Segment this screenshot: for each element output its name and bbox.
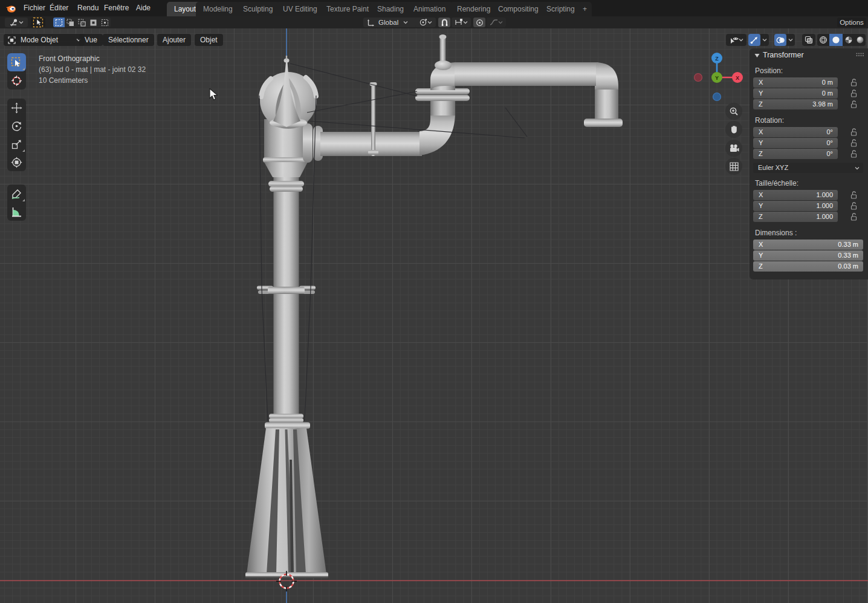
tab-sculpting[interactable]: Sculpting [236, 2, 280, 16]
select-mode-intersect[interactable] [99, 18, 111, 27]
visibility-dropdown[interactable] [726, 34, 747, 46]
gizmo-axis-neg-x[interactable] [695, 74, 702, 82]
unlock-icon [850, 79, 857, 86]
dimension-z-field[interactable]: Z 0.03 m [753, 261, 863, 272]
tab-compositing[interactable]: Compositing [491, 2, 546, 16]
zoom-button[interactable] [725, 103, 742, 120]
scale-x-field[interactable]: X 1.000 [753, 190, 838, 200]
options-button[interactable]: Options [837, 18, 866, 27]
lock-rotation-x[interactable] [848, 127, 859, 137]
rotation-mode-dropdown[interactable]: Euler XYZ [753, 163, 863, 173]
lock-rotation-z[interactable] [848, 149, 859, 159]
gizmos-dropdown[interactable] [760, 34, 769, 46]
falloff-dropdown[interactable] [487, 18, 506, 27]
menu-objet[interactable]: Objet [195, 34, 223, 46]
gizmo-axis-y[interactable]: Y [711, 72, 722, 83]
cursor-tool[interactable] [7, 71, 26, 90]
scale-y-field[interactable]: Y 1.000 [753, 201, 838, 211]
menu-editer[interactable]: Éditer [44, 0, 74, 16]
active-object-label: (63) lod 0 - mat | mat - joint 02 32 [39, 64, 146, 75]
overlays-toggle[interactable] [774, 34, 786, 46]
dimension-x-field[interactable]: X 0.33 m [753, 240, 863, 250]
panel-drag-handle[interactable] [856, 53, 864, 58]
rotation-z-field[interactable]: Z 0° [753, 149, 838, 159]
tab-add-workspace[interactable]: + [578, 2, 592, 16]
axis-label: Z [759, 262, 763, 270]
active-tool-icon [9, 18, 19, 27]
gizmo-axis-z[interactable]: Z [711, 53, 722, 64]
panel-title[interactable]: Transformer [763, 51, 804, 59]
lock-scale-y[interactable] [848, 201, 859, 211]
menu-aide[interactable]: Aide [131, 0, 156, 16]
xray-toggle[interactable] [802, 34, 815, 46]
shading-mode-group [817, 34, 866, 46]
lock-position-y[interactable] [848, 88, 859, 99]
axis-value: 1.000 [816, 191, 833, 198]
mode-label: Mode Objet [21, 36, 58, 44]
gizmo-axis-x[interactable]: X [732, 72, 743, 83]
axis-value: 0.03 m [838, 262, 858, 270]
grid-icon [730, 162, 739, 171]
lock-rotation-y[interactable] [848, 138, 859, 148]
shading-solid-button[interactable] [829, 34, 843, 46]
select-mode-extend[interactable] [65, 18, 76, 27]
pan-button[interactable] [725, 121, 742, 138]
rotate-tool[interactable] [7, 117, 26, 135]
gizmo-axis-neg-z[interactable] [713, 93, 721, 101]
proportional-editing-toggle[interactable] [473, 18, 485, 27]
tab-animation[interactable]: Animation [406, 2, 453, 16]
lock-scale-z[interactable] [848, 212, 859, 222]
tab-texture-paint[interactable]: Texture Paint [319, 2, 376, 16]
move-tool[interactable] [7, 99, 26, 117]
snap-target-dropdown[interactable] [452, 18, 471, 27]
menu-selectionner[interactable]: Sélectionner [103, 34, 154, 46]
tool-selector-dropdown[interactable] [5, 18, 28, 27]
mode-dropdown[interactable]: Mode Objet [4, 34, 85, 46]
rotation-x-field[interactable]: X 0° [753, 127, 838, 137]
lock-position-x[interactable] [848, 77, 859, 88]
select-mode-subtract[interactable] [76, 18, 88, 27]
shading-wireframe-button[interactable] [817, 34, 829, 46]
navigation-gizmo[interactable]: Z Y X [688, 48, 746, 106]
rotation-y-field[interactable]: Y 0° [753, 138, 838, 148]
select-mode-new[interactable] [53, 18, 65, 27]
menu-fenetre[interactable]: Fenêtre [99, 0, 134, 16]
gizmos-toggle[interactable] [748, 34, 760, 46]
scale-z-field[interactable]: Z 1.000 [753, 212, 838, 222]
camera-view-button[interactable] [725, 140, 742, 157]
axis-label: Z [759, 150, 763, 157]
axis-value: 0° [826, 128, 833, 135]
gizmo-arrow-icon [750, 36, 759, 44]
tab-shading[interactable]: Shading [370, 2, 411, 16]
menu-ajouter[interactable]: Ajouter [157, 34, 191, 46]
position-z-field[interactable]: Z 3.98 m [753, 99, 838, 109]
position-section-label: Position: [755, 67, 783, 75]
dimension-y-field[interactable]: Y 0.33 m [753, 250, 863, 261]
select-mode-invert[interactable] [88, 18, 99, 27]
grid-ortho-button[interactable] [725, 158, 742, 175]
select-box-tool[interactable] [7, 53, 26, 71]
position-y-field[interactable]: Y 0 m [753, 88, 838, 99]
scale-tool[interactable] [7, 135, 26, 153]
shading-material-button[interactable] [843, 34, 854, 46]
menu-vue[interactable]: Vue [79, 34, 103, 46]
axis-value: 0.33 m [838, 241, 858, 248]
annotate-tool[interactable] [7, 184, 26, 203]
tab-uv-editing[interactable]: UV Editing [276, 2, 325, 16]
transform-tool[interactable] [7, 153, 26, 171]
overlays-dropdown[interactable] [786, 34, 795, 46]
tab-modeling[interactable]: Modeling [196, 2, 240, 16]
panel-collapse-icon[interactable] [754, 53, 760, 58]
shading-rendered-button[interactable] [854, 34, 866, 46]
lock-position-z[interactable] [848, 99, 859, 109]
active-tool-button[interactable] [31, 18, 45, 27]
orientation-dropdown[interactable]: Global [363, 18, 419, 27]
blender-logo-icon[interactable] [5, 3, 16, 14]
subtool-indicator [22, 149, 25, 152]
position-x-field[interactable]: X 0 m [753, 77, 838, 88]
lock-scale-x[interactable] [848, 190, 859, 200]
pivot-point-dropdown[interactable] [415, 18, 436, 27]
snap-toggle-button[interactable] [438, 18, 450, 27]
tab-scripting[interactable]: Scripting [539, 2, 582, 16]
measure-tool[interactable] [7, 203, 26, 221]
